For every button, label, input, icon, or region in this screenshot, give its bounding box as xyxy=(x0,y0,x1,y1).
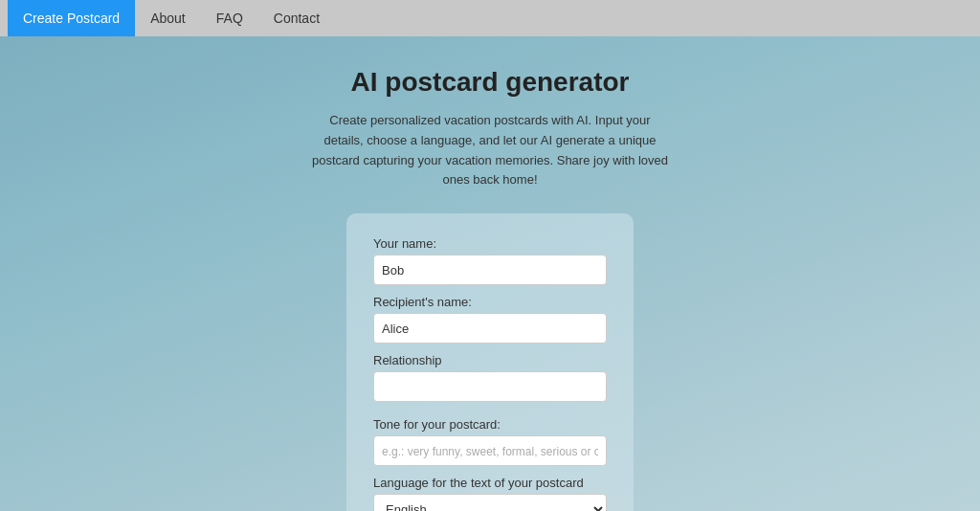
your-name-input[interactable] xyxy=(373,255,607,285)
recipient-name-input[interactable] xyxy=(373,313,607,344)
language-label: Language for the text of your postcard xyxy=(373,476,607,490)
relationship-group: Relationship xyxy=(373,353,607,402)
nav-create-postcard[interactable]: Create Postcard xyxy=(8,0,135,36)
language-select[interactable]: English French Spanish German Italian Po… xyxy=(373,494,607,511)
main-content: AI postcard generator Create personalize… xyxy=(0,36,980,511)
your-name-label: Your name: xyxy=(373,236,607,251)
page-subtitle: Create personalized vacation postcards w… xyxy=(308,111,672,190)
page-title: AI postcard generator xyxy=(351,67,630,98)
nav-contact[interactable]: Contact xyxy=(258,0,335,36)
your-name-group: Your name: xyxy=(373,236,607,285)
tone-group: Tone for your postcard: xyxy=(373,417,607,466)
recipient-name-group: Recipient's name: xyxy=(373,295,607,344)
navbar: Create Postcard About FAQ Contact xyxy=(0,0,980,36)
nav-faq[interactable]: FAQ xyxy=(201,0,258,36)
relationship-input[interactable] xyxy=(373,371,607,402)
recipient-name-label: Recipient's name: xyxy=(373,295,607,309)
tone-input[interactable] xyxy=(373,435,607,466)
form-card: Your name: Recipient's name: Relationshi… xyxy=(346,213,634,511)
language-group: Language for the text of your postcard E… xyxy=(373,476,607,511)
tone-label: Tone for your postcard: xyxy=(373,417,607,432)
relationship-label: Relationship xyxy=(373,353,607,367)
nav-about[interactable]: About xyxy=(135,0,201,36)
